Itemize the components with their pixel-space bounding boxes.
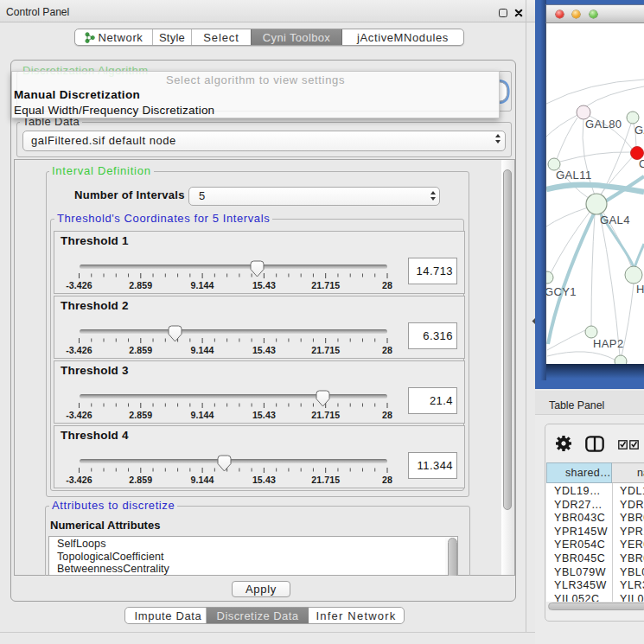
svg-text:HAP2: HAP2 [593, 337, 624, 350]
svg-text:GAL: GAL [634, 124, 644, 137]
svg-text:GCY1: GCY1 [546, 285, 577, 298]
svg-text:CDC: CDC [639, 157, 644, 170]
svg-text:HIS: HIS [636, 283, 644, 296]
svg-text:GAL80: GAL80 [585, 118, 622, 131]
svg-text:GAL11: GAL11 [556, 169, 592, 182]
svg-text:GAL4: GAL4 [600, 214, 630, 226]
